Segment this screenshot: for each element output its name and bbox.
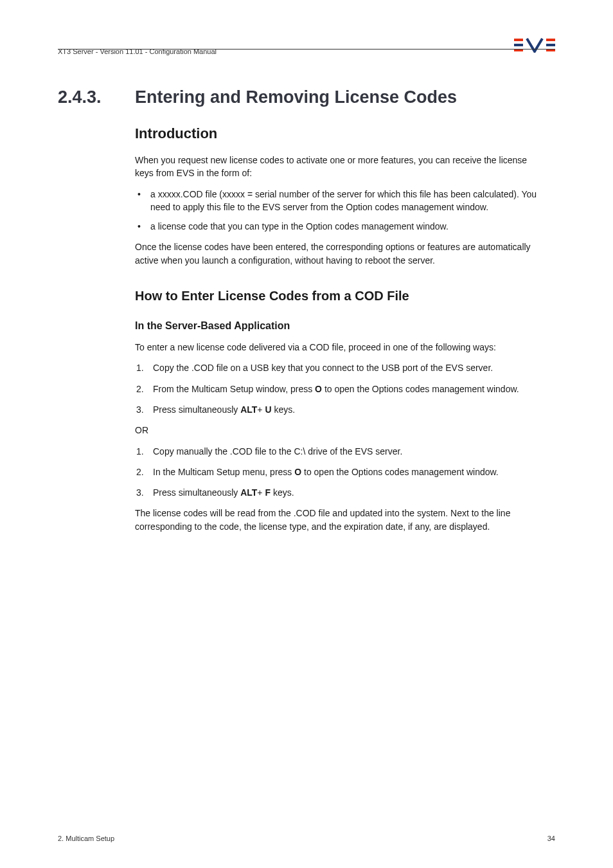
evs-logo (514, 37, 555, 55)
section-number: 2.4.3. (58, 87, 135, 107)
list-item: a license code that you can type in the … (135, 220, 546, 233)
key-label: ALT (240, 404, 257, 415)
intro-paragraph-2: Once the license codes have been entered… (135, 240, 546, 267)
list-item: a xxxxx.COD file (xxxxx = serial number … (135, 188, 546, 214)
footer: 2. Multicam Setup 34 (58, 835, 555, 842)
footer-left: 2. Multicam Setup (58, 835, 114, 842)
list-item: In the Multicam Setup menu, press O to o… (135, 466, 546, 478)
svg-rect-1 (514, 44, 523, 46)
text-span: to open the Options codes management win… (301, 467, 499, 477)
list-item: From the Multicam Setup window, press O … (135, 383, 546, 395)
howto-heading: How to Enter License Codes from a COD Fi… (135, 289, 555, 303)
intro-heading: Introduction (135, 125, 555, 142)
svg-rect-0 (514, 39, 523, 41)
section-heading: 2.4.3. Entering and Removing License Cod… (58, 87, 555, 107)
text-span: Press simultaneously (153, 404, 240, 415)
svg-rect-4 (546, 44, 555, 46)
text-span: keys. (272, 404, 296, 415)
text-span: From the Multicam Setup window, press (153, 384, 315, 394)
list-item: Press simultaneously ALT+ F keys. (135, 486, 546, 499)
header-row: XT3 Server - Version 11.01 - Configurati… (58, 37, 555, 59)
howto-paragraph-2: The license codes will be read from the … (135, 507, 546, 533)
header-divider (58, 49, 555, 50)
howto-subheading: In the Server-Based Application (135, 320, 555, 332)
howto-paragraph-1: To enter a new license code delivered vi… (135, 341, 546, 354)
text-span: In the Multicam Setup menu, press (153, 467, 294, 477)
key-label: O (315, 384, 322, 394)
page: XT3 Server - Version 11.01 - Configurati… (0, 0, 613, 868)
text-span: keys. (271, 487, 294, 498)
text-span: Press simultaneously (153, 487, 240, 498)
key-label: O (294, 467, 301, 477)
howto-list-2: Copy manually the .COD file to the C:\ d… (135, 445, 546, 500)
list-item: Press simultaneously ALT+ U keys. (135, 403, 546, 416)
list-item: Copy manually the .COD file to the C:\ d… (135, 445, 546, 458)
svg-rect-3 (546, 39, 555, 41)
content-area: 2.4.3. Entering and Removing License Cod… (58, 59, 555, 533)
or-separator: OR (135, 424, 546, 437)
text-span: + (257, 404, 265, 415)
intro-paragraph-1: When you request new license codes to ac… (135, 154, 546, 180)
page-number: 34 (547, 835, 555, 842)
list-item: Copy the .COD file on a USB key that you… (135, 361, 546, 374)
key-label: F (265, 487, 271, 498)
key-label: ALT (240, 487, 257, 498)
howto-list-1: Copy the .COD file on a USB key that you… (135, 361, 546, 416)
intro-bullets: a xxxxx.COD file (xxxxx = serial number … (135, 188, 546, 233)
text-span: to open the Options codes management win… (322, 384, 519, 394)
text-span: + (257, 487, 265, 498)
key-label: U (265, 404, 271, 415)
section-title: Entering and Removing License Codes (135, 87, 457, 107)
